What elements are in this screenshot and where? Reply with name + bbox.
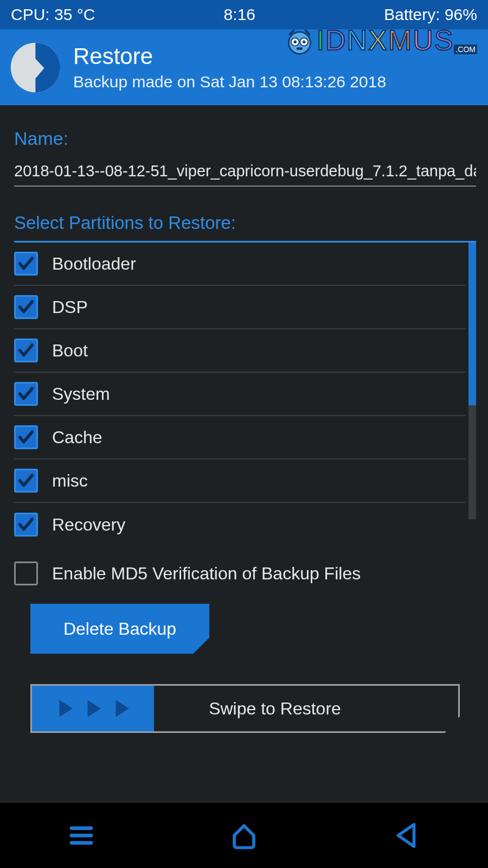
partition-label: DSP bbox=[52, 297, 88, 317]
partition-label: Bootloader bbox=[52, 254, 136, 274]
partition-item[interactable]: Cache bbox=[14, 416, 465, 459]
delete-backup-button[interactable]: Delete Backup bbox=[30, 604, 209, 654]
status-cpu: CPU: 35 °C bbox=[11, 5, 95, 24]
play-icon bbox=[54, 697, 76, 720]
svg-point-5 bbox=[303, 40, 306, 43]
play-icon bbox=[110, 697, 133, 720]
md5-label: Enable MD5 Verification of Backup Files bbox=[52, 564, 361, 584]
partition-item[interactable]: Boot bbox=[14, 329, 465, 373]
partition-label: Cache bbox=[52, 427, 102, 448]
md5-checkbox[interactable] bbox=[14, 561, 38, 585]
app-header: Restore Backup made on Sat Jan 13 08:13:… bbox=[0, 29, 488, 105]
partition-label: Recovery bbox=[52, 515, 125, 535]
backup-name-input[interactable] bbox=[14, 160, 476, 187]
partition-checkbox[interactable] bbox=[14, 425, 38, 449]
partition-item[interactable]: System bbox=[14, 373, 465, 416]
partition-checkbox[interactable] bbox=[14, 382, 38, 406]
partition-checkbox[interactable] bbox=[14, 295, 38, 319]
nav-home-button[interactable] bbox=[201, 819, 287, 852]
partition-item[interactable]: misc bbox=[14, 459, 465, 503]
partition-checkbox[interactable] bbox=[14, 469, 38, 493]
home-icon bbox=[229, 821, 259, 850]
partitions-section-label: Select Partitions to Restore: bbox=[14, 213, 476, 242]
partition-label: System bbox=[52, 384, 110, 404]
svg-point-4 bbox=[293, 40, 297, 43]
scrollbar-thumb[interactable] bbox=[468, 242, 476, 405]
swipe-label: Swipe to Restore bbox=[209, 699, 341, 719]
partition-label: misc bbox=[52, 471, 88, 491]
delete-backup-label: Delete Backup bbox=[63, 619, 176, 639]
back-icon bbox=[392, 821, 421, 850]
partition-item[interactable]: Recovery bbox=[14, 503, 465, 546]
nav-menu-button[interactable] bbox=[38, 819, 125, 852]
partition-checkbox[interactable] bbox=[14, 339, 38, 362]
status-battery: Battery: 96% bbox=[384, 5, 477, 24]
content-area: Name: Select Partitions to Restore: Boot… bbox=[0, 105, 488, 803]
menu-icon bbox=[67, 821, 96, 850]
nav-back-button[interactable] bbox=[363, 819, 450, 852]
partitions-list-wrap: BootloaderDSPBootSystemCachemiscRecovery bbox=[14, 242, 476, 546]
play-icon bbox=[82, 697, 105, 720]
partition-label: Boot bbox=[52, 341, 88, 361]
page-subtitle: Backup made on Sat Jan 13 08:13:26 2018 bbox=[73, 73, 386, 91]
md5-checkbox-row[interactable]: Enable MD5 Verification of Backup Files bbox=[14, 561, 476, 585]
watermark-logo: IDNXMUS .COM bbox=[285, 24, 477, 56]
name-label: Name: bbox=[14, 128, 476, 149]
swipe-to-restore[interactable]: Swipe to Restore bbox=[30, 684, 460, 733]
navigation-bar bbox=[0, 803, 488, 868]
partition-checkbox[interactable] bbox=[14, 252, 38, 276]
partition-checkbox[interactable] bbox=[14, 513, 38, 537]
partitions-list[interactable]: BootloaderDSPBootSystemCachemiscRecovery bbox=[14, 242, 476, 546]
svg-rect-6 bbox=[297, 47, 303, 50]
twrp-logo-icon bbox=[10, 42, 61, 93]
swipe-handle[interactable] bbox=[32, 686, 154, 731]
partition-item[interactable]: Bootloader bbox=[14, 242, 465, 286]
partition-item[interactable]: DSP bbox=[14, 286, 465, 329]
status-time: 8:16 bbox=[224, 5, 255, 24]
